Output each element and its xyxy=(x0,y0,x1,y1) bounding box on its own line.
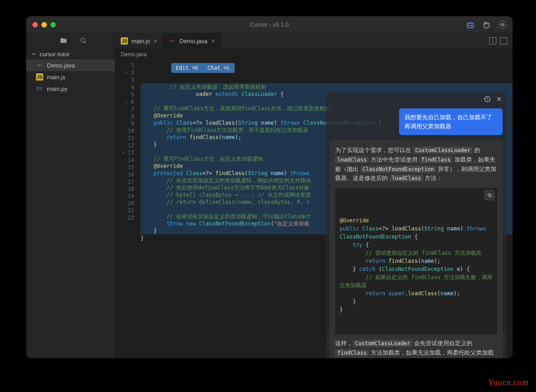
file-item[interactable]: JSmain.js xyxy=(26,71,115,83)
tabbar: JSmain.js×Demo.java× xyxy=(115,33,513,49)
svg-point-11 xyxy=(172,41,173,41)
java-icon xyxy=(168,37,176,45)
window-title: Cursor - v0.1.0 xyxy=(250,21,289,28)
svg-point-8 xyxy=(39,65,40,66)
code-chip: ClassNotFoundException xyxy=(360,166,436,173)
folder-icon[interactable] xyxy=(60,37,67,46)
close-icon[interactable] xyxy=(32,22,38,27)
svg-point-9 xyxy=(41,65,41,66)
py-icon: PY xyxy=(36,85,43,92)
sidebar-toolbar xyxy=(26,33,115,49)
split-layout-icon[interactable] xyxy=(489,37,496,45)
edit-pill[interactable]: Edit ⌘K xyxy=(171,63,203,73)
sidebar: cursor-tutor Demo.javaJSmain.jsPYmain.py xyxy=(26,33,115,358)
assistant-intro: 为了实现这个需求，您可以在 CustomClassLoader 的 loadCl… xyxy=(335,146,497,183)
assistant-outro: 这样，CustomClassLoader 会先尝试使用自定义的 findClas… xyxy=(335,339,497,358)
robot-icon[interactable] xyxy=(466,20,475,29)
gear-icon[interactable] xyxy=(498,20,507,29)
layout-controls xyxy=(484,33,513,49)
breadcrumb: Demo.java xyxy=(115,49,513,60)
tab-label: Demo.java xyxy=(179,38,207,45)
file-name: Demo.java xyxy=(47,62,75,69)
svg-rect-0 xyxy=(467,23,473,27)
code-chip: findClass xyxy=(419,156,453,163)
svg-line-6 xyxy=(85,41,86,43)
titlebar: Cursor - v0.1.0 xyxy=(26,16,513,33)
folder-row[interactable]: cursor-tutor xyxy=(26,49,115,59)
codeblock-content: @Override public Class<?> loadClass(Stri… xyxy=(340,216,493,314)
close-icon[interactable]: × xyxy=(211,37,215,45)
file-item[interactable]: Demo.java xyxy=(26,59,115,71)
svg-point-7 xyxy=(37,65,38,66)
java-icon xyxy=(36,62,43,69)
code-chip: loadClass xyxy=(335,156,369,163)
user-message: 我想要先自己加载，自己加载不了再调用父类加载器 xyxy=(399,108,503,135)
code-chip: CustomClassLoader xyxy=(353,340,413,347)
breadcrumb-text: Demo.java xyxy=(121,51,146,58)
js-icon: JS xyxy=(36,73,43,81)
chat-controls xyxy=(326,93,506,107)
chevron-down-icon xyxy=(32,51,37,58)
action-pills: Edit ⌘K Chat ⌘L xyxy=(171,63,235,73)
svg-point-1 xyxy=(469,25,470,26)
svg-point-12 xyxy=(173,41,174,41)
file-list: Demo.javaJSmain.jsPYmain.py xyxy=(26,59,115,95)
app-window: Cursor - v0.1.0 xyxy=(26,16,513,358)
line-gutter: 1▾ 2345▾ 6789101112▾ 1314151617181920212… xyxy=(115,60,138,358)
copy-button[interactable] xyxy=(485,190,495,200)
chat-pill[interactable]: Chat ⌘L xyxy=(203,63,235,73)
close-icon[interactable]: × xyxy=(154,37,157,45)
js-icon: JS xyxy=(121,37,128,45)
assistant-codeblock: @Override public Class<?> loadClass(Stri… xyxy=(335,188,497,334)
file-name: main.js xyxy=(47,74,65,81)
code-chip: CustomClassLoader xyxy=(413,147,473,154)
watermark: Yuucn.com xyxy=(488,378,529,387)
file-item[interactable]: PYmain.py xyxy=(26,83,115,95)
code-chip: loadClass xyxy=(390,175,423,182)
wave-icon[interactable] xyxy=(482,20,491,29)
code-chip: findClass xyxy=(335,349,369,356)
history-icon[interactable] xyxy=(484,95,491,104)
file-name: main.py xyxy=(47,86,68,92)
svg-point-5 xyxy=(81,38,85,42)
svg-point-2 xyxy=(471,25,472,26)
close-icon[interactable] xyxy=(495,95,503,104)
assistant-message: 为了实现这个需求，您可以在 CustomClassLoader 的 loadCl… xyxy=(330,140,503,358)
tab[interactable]: JSmain.js× xyxy=(115,33,163,49)
search-icon[interactable] xyxy=(80,37,87,46)
window-controls xyxy=(32,22,56,27)
folder-name: cursor-tutor xyxy=(40,51,69,58)
minimize-icon[interactable] xyxy=(41,22,47,27)
tab[interactable]: Demo.java× xyxy=(163,33,220,49)
panel-layout-icon[interactable] xyxy=(500,37,507,45)
chat-panel: 我想要先自己加载，自己加载不了再调用父类加载器 为了实现这个需求，您可以在 Cu… xyxy=(326,93,506,358)
tab-label: main.js xyxy=(132,38,150,45)
svg-point-10 xyxy=(170,41,171,41)
maximize-icon[interactable] xyxy=(50,22,56,27)
svg-point-4 xyxy=(502,23,504,26)
title-actions xyxy=(466,20,507,29)
